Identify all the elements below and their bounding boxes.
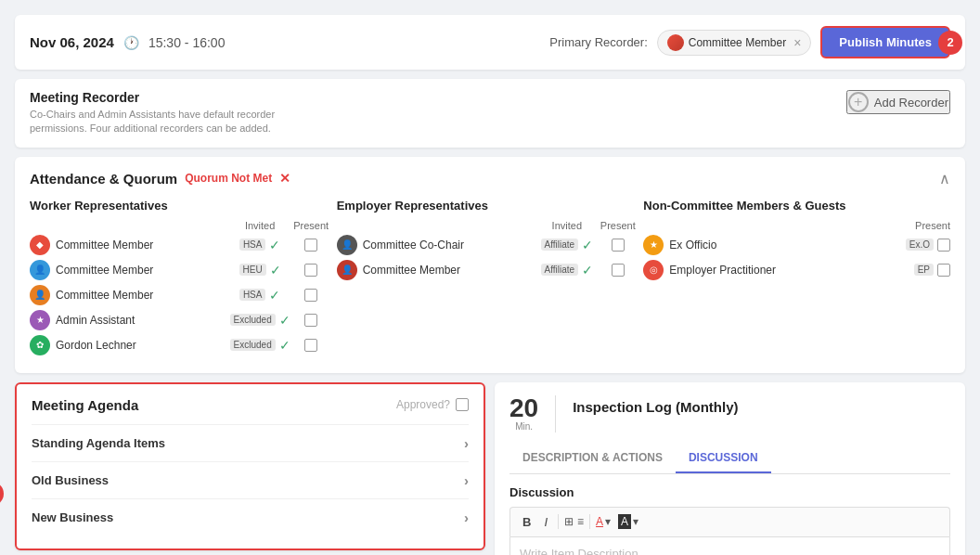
present-checkbox[interactable] <box>304 289 317 302</box>
avatar: ◎ <box>643 260 664 280</box>
avatar: ★ <box>30 310 50 330</box>
present-cell[interactable] <box>286 264 337 277</box>
invited-cell: Excluded ✓ <box>235 313 286 328</box>
table-row: 👤 Committee Member HEU ✓ <box>30 260 337 280</box>
member-name: Committee Member <box>56 264 235 277</box>
present-checkbox[interactable] <box>612 239 625 252</box>
approved-checkbox[interactable] <box>456 398 469 411</box>
invited-cell: Affiliate ✓ <box>541 263 592 278</box>
worker-reps-title: Worker Representatives <box>30 199 337 213</box>
attendance-title: Attendance & Quorum Quorum Not Met ✕ <box>30 171 290 187</box>
publish-minutes-button[interactable]: Publish Minutes <box>820 26 950 58</box>
agenda-item-new-business[interactable]: New Business › <box>32 498 469 536</box>
editor-toolbar: B I ⊞ ≡ A ▾ A ▾ <box>509 507 950 536</box>
tabs-row: DESCRIPTION & ACTIONS DISCUSSION <box>509 444 950 474</box>
agenda-item-standing[interactable]: Standing Agenda Items › <box>32 424 469 461</box>
primary-recorder-label: Primary Recorder: <box>549 35 647 49</box>
chevron-right-icon: › <box>464 510 469 525</box>
bold-button[interactable]: B <box>518 513 535 531</box>
table-row: 👤 Committee Co-Chair Affiliate ✓ <box>337 235 644 255</box>
member-name: Employer Practitioner <box>669 264 913 277</box>
member-name: Committee Member <box>56 289 235 302</box>
present-cell: EP <box>914 264 950 277</box>
bottom-grid: 1 Meeting Agenda Approved? Standing Agen… <box>15 382 965 555</box>
add-recorder-label: Add Recorder <box>874 96 948 110</box>
recorder-badge: Committee Member × <box>657 30 812 56</box>
present-checkbox[interactable] <box>304 264 317 277</box>
minutes-number: 20 <box>509 395 538 421</box>
recorder-remove-icon[interactable]: × <box>793 35 801 50</box>
non-committee-title: Non-Committee Members & Guests <box>643 199 950 213</box>
present-checkbox[interactable] <box>937 264 950 277</box>
present-checkbox[interactable] <box>304 314 317 327</box>
inspection-header: 20 Min. Inspection Log (Monthly) <box>509 395 950 432</box>
present-cell[interactable] <box>286 239 337 252</box>
quorum-status: Quorum Not Met <box>185 172 272 185</box>
present-cell[interactable] <box>592 239 643 252</box>
check-icon: ✓ <box>269 288 280 303</box>
agenda-section: Meeting Agenda Approved? Standing Agenda… <box>15 382 485 550</box>
tag-badge: HEU <box>239 264 266 276</box>
check-icon: ✓ <box>582 263 593 278</box>
quorum-dismiss-icon[interactable]: ✕ <box>279 171 290 186</box>
invited-cell: Excluded ✓ <box>235 338 286 353</box>
present-header: Present <box>915 220 950 231</box>
add-recorder-button[interactable]: + Add Recorder <box>846 90 950 114</box>
tag-badge: Affiliate <box>541 239 579 251</box>
invited-cell: Affiliate ✓ <box>541 238 592 252</box>
tab-discussion[interactable]: DISCUSSION <box>676 444 771 473</box>
avatar: 👤 <box>337 235 357 255</box>
employer-reps-col: Employer Representatives Invited Present… <box>337 199 644 360</box>
invited-cell: HSA ✓ <box>235 288 286 303</box>
invited-cell: HEU ✓ <box>235 263 286 278</box>
present-cell[interactable] <box>286 289 337 302</box>
present-checkbox[interactable] <box>612 264 625 277</box>
tab-description-actions[interactable]: DESCRIPTION & ACTIONS <box>509 444 676 473</box>
present-cell: Ex.O <box>906 239 950 252</box>
attendance-header: Attendance & Quorum Quorum Not Met ✕ ∧ <box>30 170 950 187</box>
present-checkbox[interactable] <box>937 239 950 252</box>
recorder-section-title: Meeting Recorder <box>30 90 327 105</box>
step2-badge: 2 <box>938 31 962 55</box>
step1-badge: 1 <box>0 482 4 506</box>
member-name: Committee Member <box>56 239 235 252</box>
add-circle-icon: + <box>848 92 869 112</box>
employer-reps-title: Employer Representatives <box>337 199 644 213</box>
recorder-section-description: Co-Chairs and Admin Assistants have defa… <box>30 108 327 136</box>
divider <box>555 395 556 432</box>
italic-button[interactable]: I <box>539 513 552 531</box>
numbered-list-icon[interactable]: ≡ <box>577 515 584 528</box>
check-icon: ✓ <box>270 263 281 278</box>
present-checkbox[interactable] <box>304 239 317 252</box>
attendance-grid: Worker Representatives Invited Present ◆… <box>30 199 950 360</box>
present-cell[interactable] <box>286 314 337 327</box>
minutes-badge: 20 Min. <box>509 395 538 432</box>
agenda-item-label: Standing Agenda Items <box>32 436 165 450</box>
agenda-wrapper: 1 Meeting Agenda Approved? Standing Agen… <box>15 382 485 555</box>
employer-reps-headers: Invited Present <box>337 220 644 231</box>
tag-badge: Ex.O <box>906 239 934 251</box>
editor-body[interactable]: Write Item Description <box>509 536 950 555</box>
recorder-name: Committee Member <box>689 36 786 49</box>
discussion-label: Discussion <box>509 485 950 499</box>
invited-cell: HSA ✓ <box>235 238 286 252</box>
present-header: Present <box>592 220 643 231</box>
toolbar-divider <box>589 514 590 529</box>
table-row: ★ Admin Assistant Excluded ✓ <box>30 310 337 330</box>
table-row: ◎ Employer Practitioner EP <box>643 260 950 280</box>
invited-header: Invited <box>541 220 592 231</box>
tag-badge: Excluded <box>230 314 276 326</box>
member-name: Committee Member <box>363 264 542 277</box>
attendance-collapse-icon[interactable]: ∧ <box>939 170 950 187</box>
present-cell[interactable] <box>286 339 337 352</box>
editor-placeholder: Write Item Description <box>520 547 638 555</box>
bullet-list-icon[interactable]: ⊞ <box>564 515 574 528</box>
present-cell[interactable] <box>592 264 643 277</box>
agenda-item-label: Old Business <box>32 473 109 487</box>
present-header: Present <box>286 220 337 231</box>
tag-badge: HSA <box>239 289 266 301</box>
present-checkbox[interactable] <box>304 339 317 352</box>
font-color-icon[interactable]: A ▾ <box>596 515 611 528</box>
agenda-item-old-business[interactable]: Old Business › <box>32 461 469 498</box>
highlight-icon[interactable]: A ▾ <box>618 514 638 529</box>
